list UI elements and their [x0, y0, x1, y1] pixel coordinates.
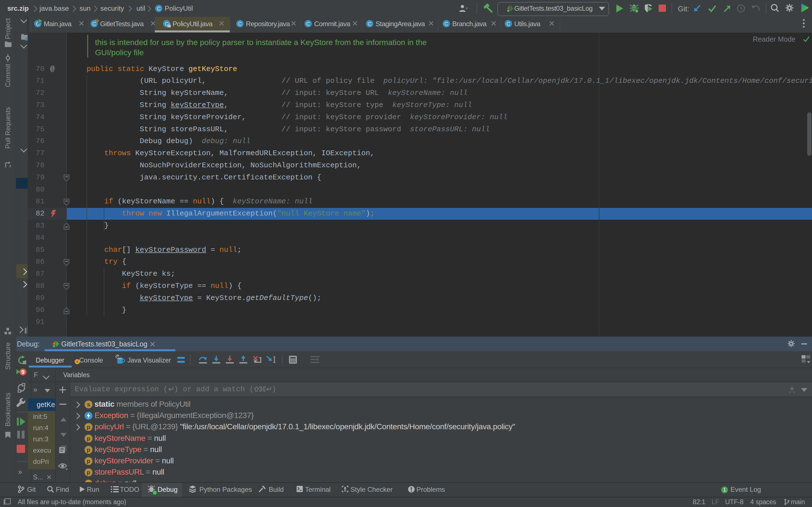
- svg-text:9: 9: [21, 369, 25, 375]
